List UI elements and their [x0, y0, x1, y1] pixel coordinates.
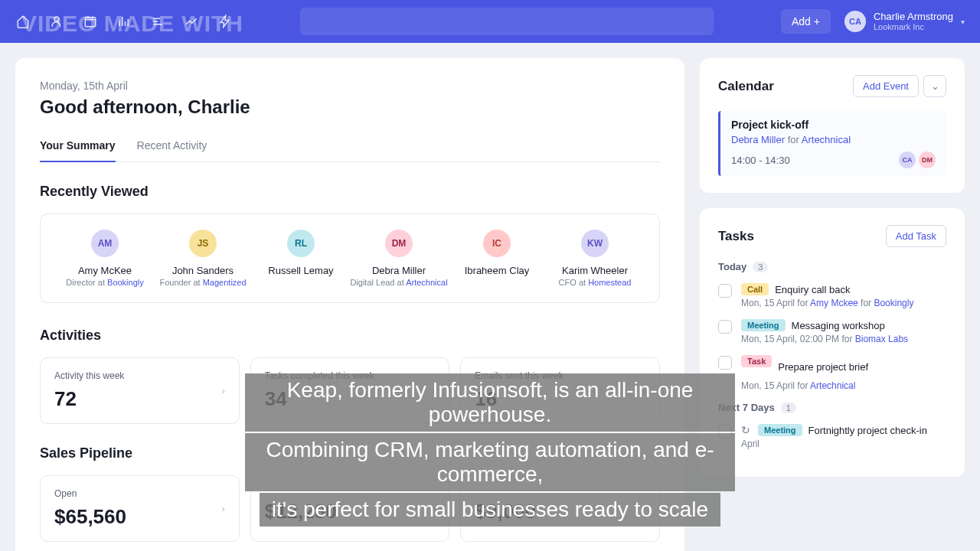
chevron-right-icon: ›: [222, 386, 225, 396]
event-time: 14:00 - 14:30: [731, 155, 790, 166]
date-text: Monday, 15th April: [40, 80, 660, 92]
task-checkbox[interactable]: [718, 356, 732, 370]
stat-card[interactable]: Activity this week72›: [40, 357, 240, 424]
mini-avatar: CA: [899, 152, 916, 168]
add-button[interactable]: Add +: [781, 9, 831, 34]
task-group-next: Next 7 Days1: [718, 402, 946, 413]
svg-point-0: [54, 17, 59, 21]
chevron-right-icon: ›: [642, 504, 645, 514]
activities-grid: Activity this week72›Tasks completed thi…: [40, 357, 660, 424]
task-group-today: Today3: [718, 261, 946, 272]
contact-item[interactable]: JSJohn SandersFounder at Magentized: [154, 230, 252, 287]
chart-icon[interactable]: [116, 14, 132, 29]
calendar-card: Calendar Add Event ⌄ Project kick-off De…: [700, 58, 965, 193]
chevron-right-icon: ›: [222, 504, 225, 514]
add-event-button[interactable]: Add Event: [853, 75, 919, 97]
stat-card[interactable]: Emails sent this week16›: [460, 357, 660, 424]
user-name: Charlie Armstrong: [874, 11, 953, 22]
activities-title: Activities: [40, 328, 660, 344]
pipeline-title: Sales Pipeline: [40, 445, 660, 461]
recently-viewed: AMAmy McKeeDirector at BookinglyJSJohn S…: [40, 214, 660, 303]
tasks-card: Tasks Add Task Today3 CallEnquiry call b…: [700, 208, 965, 477]
calendar-title: Calendar: [718, 79, 774, 94]
task-item: MeetingMessaging workshopMon, 15 April, …: [718, 319, 946, 344]
chevron-right-icon: ›: [432, 504, 435, 514]
topbar: Add + CA Charlie Armstrong Lookmark Inc …: [0, 0, 980, 43]
trend-icon[interactable]: [184, 14, 199, 29]
task-item: TaskPrepare project briefMon, 15 April f…: [718, 355, 946, 391]
add-task-button[interactable]: Add Task: [886, 225, 946, 247]
calendar-icon[interactable]: [83, 14, 98, 29]
greeting: Good afternoon, Charlie: [40, 96, 660, 118]
pipeline-grid: Open$65,560›$12,230›$9,000›: [40, 475, 660, 542]
task-checkbox[interactable]: [718, 320, 732, 334]
contact-item[interactable]: DMDebra MillerDigital Lead at Artechnica…: [350, 230, 448, 287]
task-item: CallEnquiry call backMon, 15 April for A…: [718, 283, 946, 308]
contact-item[interactable]: ICIbraheem Clay: [448, 230, 546, 287]
tabs: Your Summary Recent Activity: [40, 139, 660, 162]
chevron-right-icon: ›: [432, 386, 435, 396]
event-avatars: CADM: [899, 152, 936, 168]
contact-item[interactable]: AMAmy McKeeDirector at Bookingly: [56, 230, 154, 287]
user-org: Lookmark Inc: [874, 22, 953, 31]
calendar-event[interactable]: Project kick-off Debra Miller for Artech…: [718, 111, 946, 176]
tasks-title: Tasks: [718, 229, 754, 244]
contact-item[interactable]: KWKarim WheelerCFO at Homestead: [546, 230, 644, 287]
stat-card[interactable]: $12,230›: [250, 475, 450, 542]
svg-rect-1: [85, 18, 96, 27]
stat-card[interactable]: Open$65,560›: [40, 475, 240, 542]
tab-recent-activity[interactable]: Recent Activity: [137, 139, 207, 162]
search-input[interactable]: [300, 8, 714, 35]
event-who: Debra Miller for Artechnical: [731, 134, 936, 145]
home-icon[interactable]: [15, 14, 31, 29]
list-icon[interactable]: [150, 14, 165, 29]
user-name-block: Charlie Armstrong Lookmark Inc: [874, 11, 953, 31]
user-menu[interactable]: CA Charlie Armstrong Lookmark Inc ▾: [844, 11, 965, 32]
chevron-right-icon: ›: [642, 386, 645, 396]
event-title: Project kick-off: [731, 119, 936, 131]
repeat-icon: ↻: [741, 424, 750, 436]
mini-avatar: DM: [919, 152, 936, 168]
recently-viewed-title: Recently Viewed: [40, 184, 660, 200]
stat-card[interactable]: $9,000›: [460, 475, 660, 542]
tab-summary[interactable]: Your Summary: [40, 139, 116, 162]
user-avatar: CA: [844, 11, 866, 32]
main-card: Monday, 15th April Good afternoon, Charl…: [15, 58, 684, 551]
calendar-dropdown[interactable]: ⌄: [923, 75, 946, 97]
task-checkbox[interactable]: [718, 284, 732, 298]
task-item: ↻MeetingFortnightly project check-inApri…: [718, 424, 946, 449]
contact-item[interactable]: RLRussell Lemay: [252, 230, 350, 287]
person-icon[interactable]: [49, 14, 64, 29]
nav-icons: [15, 14, 233, 29]
search-container: [300, 8, 714, 35]
task-checkbox[interactable]: [718, 425, 732, 439]
bolt-icon[interactable]: [217, 14, 233, 29]
chevron-down-icon: ▾: [961, 18, 965, 26]
stat-card[interactable]: Tasks completed this week34›: [250, 357, 450, 424]
